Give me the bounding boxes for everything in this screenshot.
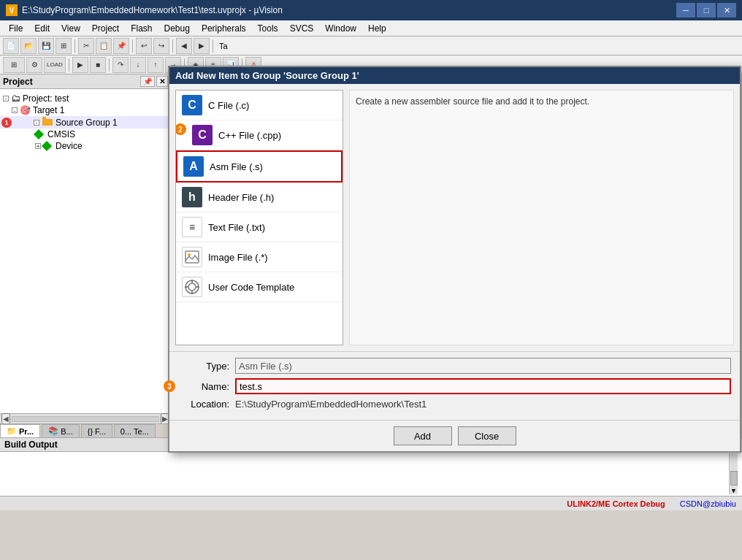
name-row: 3 Name: bbox=[178, 378, 731, 394]
close-button-dialog[interactable]: Close bbox=[458, 426, 516, 445]
svg-rect-0 bbox=[42, 119, 53, 126]
svg-rect-1 bbox=[42, 117, 46, 120]
undo-button[interactable]: ↩ bbox=[136, 38, 152, 54]
cut-button[interactable]: ✂ bbox=[78, 38, 94, 54]
menu-help[interactable]: Help bbox=[362, 22, 392, 35]
folder-icon bbox=[42, 117, 53, 128]
file-type-img[interactable]: Image File (.*) bbox=[176, 242, 343, 272]
badge-2: 2 bbox=[175, 123, 186, 135]
expand-icon-device[interactable]: + bbox=[35, 143, 41, 149]
menu-edit[interactable]: Edit bbox=[28, 22, 56, 35]
debug-stop-btn[interactable]: ■ bbox=[90, 57, 106, 73]
file-type-usr[interactable]: User Code Template bbox=[176, 272, 343, 302]
expand-icon-source-group[interactable]: - bbox=[34, 120, 39, 126]
load-btn[interactable]: LOAD bbox=[44, 57, 66, 73]
file-type-txt[interactable]: ≡ Text File (.txt) bbox=[176, 212, 343, 242]
tab-books-icon: 📚 bbox=[48, 426, 58, 436]
build-output-content: ▼ bbox=[0, 452, 742, 496]
tree-item-device[interactable]: + Device bbox=[0, 140, 171, 152]
target-icon: 🎯 bbox=[20, 105, 31, 115]
dialog-buttons: Add Close bbox=[169, 420, 740, 451]
save-all-button[interactable]: ⊞ bbox=[56, 38, 72, 54]
separator-2 bbox=[132, 39, 133, 53]
scrollbar-thumb[interactable] bbox=[730, 471, 738, 486]
img-file-icon bbox=[182, 247, 202, 267]
tab-books[interactable]: 📚 B... bbox=[42, 424, 80, 437]
title-bar-left: V E:\StudyProgram\EmbeddedHomework\Test1… bbox=[6, 4, 283, 16]
usr-file-label: User Code Template bbox=[208, 282, 294, 293]
tree-item-project[interactable]: - 🗂 Project: test bbox=[0, 92, 171, 104]
menu-view[interactable]: View bbox=[56, 22, 86, 35]
tab-functions[interactable]: {} F... bbox=[81, 424, 112, 437]
target-select-button[interactable]: ⊞ bbox=[3, 57, 25, 73]
menu-peripherals[interactable]: Peripherals bbox=[196, 22, 252, 35]
separator-4 bbox=[213, 39, 213, 53]
menu-window[interactable]: Window bbox=[319, 22, 362, 35]
type-label: Type: bbox=[178, 361, 229, 372]
project-label: Project: test bbox=[23, 93, 69, 104]
menu-debug[interactable]: Debug bbox=[158, 22, 196, 35]
project-panel-header: Project 📌 ✕ bbox=[0, 74, 171, 89]
copy-button[interactable]: 📋 bbox=[96, 38, 112, 54]
status-right-text: ULINK2/ME Cortex Debug bbox=[567, 499, 665, 508]
source-group-content: - Source Group 1 bbox=[23, 117, 118, 128]
menu-bar: File Edit View Project Flash Debug Perip… bbox=[0, 20, 742, 37]
minimize-button[interactable]: ─ bbox=[676, 3, 695, 18]
toolbar-1: 📄 📂 💾 ⊞ ✂ 📋 📌 ↩ ↪ ◀ ▶ Ta bbox=[0, 37, 742, 55]
diamond-icon-device bbox=[42, 141, 52, 151]
name-input[interactable] bbox=[235, 378, 731, 394]
menu-svcs[interactable]: SVCS bbox=[284, 22, 320, 35]
description-area: Create a new assembler source file and a… bbox=[349, 90, 734, 345]
txt-file-icon: ≡ bbox=[182, 217, 202, 237]
step-over-btn[interactable]: ↷ bbox=[112, 57, 129, 73]
nav-fwd-button[interactable]: ▶ bbox=[194, 38, 210, 54]
separator-1 bbox=[74, 39, 75, 53]
tree-item-source-group[interactable]: 1 - Source Group 1 bbox=[0, 116, 171, 129]
badge-1: 1 bbox=[1, 118, 12, 128]
redo-button[interactable]: ↪ bbox=[153, 38, 169, 54]
tree-item-target[interactable]: - 🎯 Target 1 bbox=[0, 104, 171, 116]
nav-back-button[interactable]: ◀ bbox=[176, 38, 192, 54]
paste-button[interactable]: 📌 bbox=[113, 38, 129, 54]
tab-project[interactable]: 📁 Pr... bbox=[0, 424, 40, 437]
menu-file[interactable]: File bbox=[3, 22, 28, 35]
cmsis-label: CMSIS bbox=[47, 129, 75, 139]
scroll-down-arrow[interactable]: ▼ bbox=[732, 487, 735, 494]
open-button[interactable]: 📂 bbox=[20, 38, 37, 54]
save-button[interactable]: 💾 bbox=[38, 38, 54, 54]
expand-icon-project[interactable]: - bbox=[3, 96, 9, 101]
file-type-c[interactable]: C C File (.c) bbox=[176, 91, 343, 120]
tab-templates[interactable]: 0... Te... bbox=[114, 424, 156, 437]
scroll-track-h[interactable] bbox=[12, 416, 159, 422]
file-type-asm[interactable]: A Asm File (.s) bbox=[176, 150, 343, 183]
scroll-left-btn[interactable]: ◀ bbox=[1, 413, 10, 424]
build-btn[interactable]: ⚙ bbox=[26, 57, 42, 73]
close-button[interactable]: ✕ bbox=[717, 3, 736, 18]
panel-pin-btn[interactable]: 📌 bbox=[140, 76, 155, 87]
file-type-cpp[interactable]: 2 C C++ File (.cpp) bbox=[176, 120, 343, 150]
device-label: Device bbox=[56, 141, 83, 151]
tree-item-cmsis[interactable]: CMSIS bbox=[0, 129, 171, 140]
tab-books-label: B... bbox=[61, 427, 73, 436]
panel-close-btn[interactable]: ✕ bbox=[156, 76, 168, 87]
step-into-btn[interactable]: ↓ bbox=[130, 57, 146, 73]
menu-flash[interactable]: Flash bbox=[125, 22, 158, 35]
add-button[interactable]: Add bbox=[394, 426, 452, 445]
output-scrollbar[interactable]: ▼ bbox=[729, 453, 738, 494]
step-out-btn[interactable]: ↑ bbox=[148, 57, 164, 73]
debug-start-btn[interactable]: ▶ bbox=[72, 57, 88, 73]
type-input[interactable] bbox=[235, 358, 731, 374]
project-panel-title: Project bbox=[3, 77, 33, 87]
svg-rect-6 bbox=[191, 280, 193, 283]
menu-project[interactable]: Project bbox=[86, 22, 125, 35]
project-panel-scrollbar: ◀ ▶ bbox=[0, 413, 171, 423]
menu-tools[interactable]: Tools bbox=[252, 22, 284, 35]
maximize-button[interactable]: □ bbox=[697, 3, 716, 18]
file-type-h[interactable]: h Header File (.h) bbox=[176, 183, 343, 212]
title-bar: V E:\StudyProgram\EmbeddedHomework\Test1… bbox=[0, 0, 742, 20]
dialog-form: Type: 3 Name: Location: E:\StudyProgram\… bbox=[169, 351, 740, 420]
new-file-button[interactable]: 📄 bbox=[3, 38, 19, 54]
expand-icon-target[interactable]: - bbox=[12, 107, 18, 113]
source-group-label: Source Group 1 bbox=[56, 118, 118, 128]
asm-file-label: Asm File (.s) bbox=[210, 161, 263, 172]
